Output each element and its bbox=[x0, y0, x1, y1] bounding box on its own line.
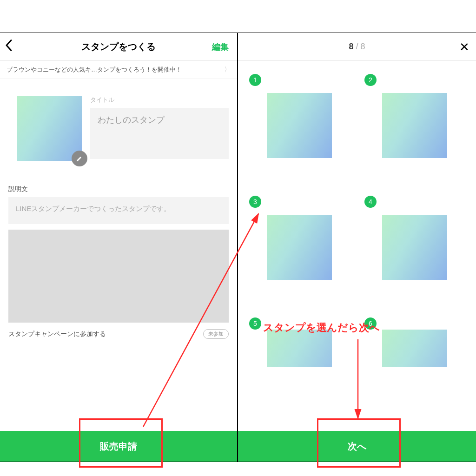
stamp-image bbox=[382, 93, 447, 158]
edit-thumbnail-icon[interactable] bbox=[72, 151, 87, 166]
campaign-label: スタンプキャンペーンに参加する bbox=[8, 330, 106, 338]
campaign-row[interactable]: スタンプキャンペーンに参加する 未参加 bbox=[0, 323, 237, 339]
stamp-number-badge: 4 bbox=[364, 196, 377, 208]
selection-counter: 8 / 8 bbox=[349, 42, 365, 52]
screens-container: スタンプをつくる 編集 ブラウンやコニーなどの人気キ…タンプをつくろう！を開催中… bbox=[0, 33, 476, 462]
create-stamp-screen: スタンプをつくる 編集 ブラウンやコニーなどの人気キ…タンプをつくろう！を開催中… bbox=[0, 33, 238, 462]
page-title: スタンプをつくる bbox=[81, 40, 156, 53]
stamp-image bbox=[267, 215, 332, 280]
description-label: 説明文 bbox=[8, 185, 229, 193]
stamp-cell[interactable]: 3 bbox=[247, 194, 351, 301]
promo-banner-text: ブラウンやコニーなどの人気キ…タンプをつくろう！を開催中！ bbox=[7, 66, 182, 74]
title-input[interactable]: わたしのスタンプ bbox=[90, 108, 229, 159]
promo-banner[interactable]: ブラウンやコニーなどの人気キ…タンプをつくろう！を開催中！ 〉 bbox=[0, 61, 237, 79]
stamp-number-badge: 2 bbox=[364, 74, 377, 86]
submit-sale-button[interactable]: 販売申請 bbox=[0, 431, 237, 462]
counter-current: 8 bbox=[349, 42, 353, 51]
stamp-image bbox=[382, 215, 447, 280]
submit-sale-label: 販売申請 bbox=[100, 440, 137, 453]
stamp-number-badge: 5 bbox=[249, 317, 261, 330]
counter-total: 8 bbox=[361, 42, 365, 51]
annotation-text: スタンプを選んだら次へ bbox=[263, 321, 380, 335]
stamp-image bbox=[382, 330, 447, 367]
stamp-image bbox=[267, 330, 332, 367]
back-icon[interactable] bbox=[5, 39, 13, 55]
stamp-number-badge: 3 bbox=[249, 196, 261, 208]
description-block: 説明文 LINEスタンプメーカーでつくったスタンプです。 bbox=[0, 169, 237, 224]
campaign-status-pill: 未参加 bbox=[203, 329, 229, 339]
next-button-label: 次へ bbox=[348, 440, 366, 453]
stamp-image bbox=[267, 93, 332, 158]
stamp-cell[interactable]: 1 bbox=[247, 72, 351, 179]
header-right: 8 / 8 ✕ bbox=[238, 33, 476, 61]
close-icon[interactable]: ✕ bbox=[459, 41, 469, 53]
stamp-edit-row: タイトル わたしのスタンプ bbox=[0, 79, 237, 169]
title-field-label: タイトル bbox=[90, 96, 229, 104]
stamp-number-badge: 1 bbox=[249, 74, 261, 86]
chevron-right-icon: 〉 bbox=[224, 66, 231, 74]
stamp-grid: 1 2 3 4 5 6 bbox=[238, 61, 476, 462]
preview-placeholder bbox=[8, 230, 229, 323]
stamp-cell[interactable]: 4 bbox=[363, 194, 467, 301]
description-input[interactable]: LINEスタンプメーカーでつくったスタンプです。 bbox=[8, 197, 229, 224]
header-left: スタンプをつくる 編集 bbox=[0, 33, 237, 61]
edit-button[interactable]: 編集 bbox=[212, 41, 229, 53]
stamp-cell[interactable]: 2 bbox=[363, 72, 467, 179]
stamp-thumbnail[interactable] bbox=[17, 96, 82, 161]
select-stamps-screen: 8 / 8 ✕ 1 2 3 4 5 bbox=[238, 33, 476, 462]
next-button[interactable]: 次へ bbox=[238, 431, 476, 462]
title-column: タイトル わたしのスタンプ bbox=[90, 96, 229, 161]
